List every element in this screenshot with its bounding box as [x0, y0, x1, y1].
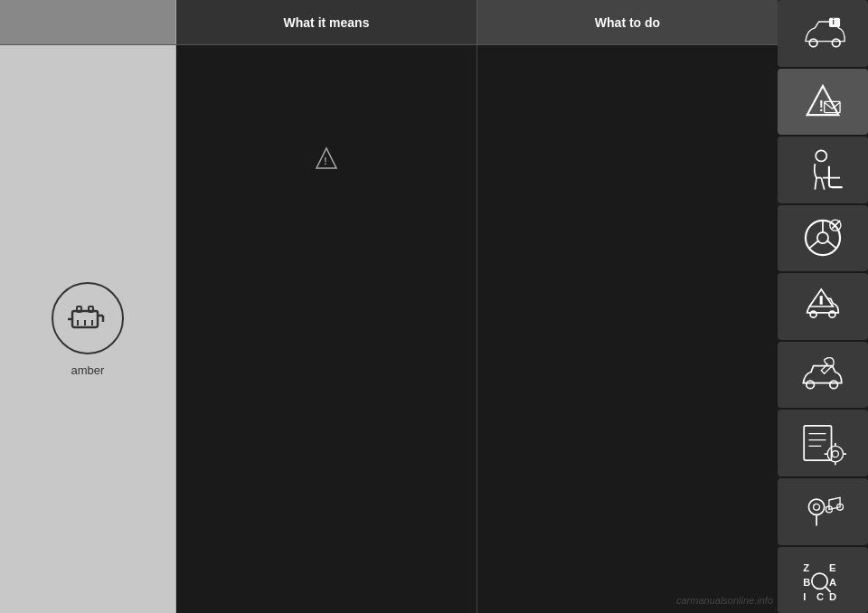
sidebar-item-warning-message[interactable]: ! — [778, 69, 868, 136]
warning-msg-icon: ! — [799, 78, 846, 125]
svg-point-33 — [827, 447, 843, 462]
col-what-to-do-header: What to do — [477, 0, 778, 44]
what-to-do-cell — [477, 45, 778, 613]
car-info-icon: i — [799, 10, 846, 57]
svg-line-20 — [808, 241, 817, 250]
col-what-it-means-header: What it means — [176, 0, 477, 44]
svg-point-39 — [808, 499, 824, 514]
svg-text:I: I — [803, 591, 806, 602]
steering-wheel-icon — [799, 214, 846, 261]
svg-point-27 — [807, 381, 815, 389]
svg-point-18 — [817, 232, 828, 243]
color-label: amber — [71, 363, 105, 377]
watermark: carmanualsonline.info — [676, 595, 773, 606]
svg-line-21 — [827, 241, 836, 250]
svg-point-28 — [830, 381, 838, 389]
sidebar-item-settings-list[interactable] — [778, 410, 868, 476]
svg-text:C: C — [816, 591, 824, 602]
media-nav-icon — [799, 488, 846, 535]
svg-rect-2 — [89, 306, 93, 312]
svg-text:A: A — [829, 577, 836, 588]
warning-small-icon: ! — [313, 145, 340, 172]
svg-point-34 — [832, 451, 838, 457]
svg-text:!: ! — [819, 99, 824, 114]
sidebar-item-person-seat[interactable] — [778, 137, 868, 203]
svg-point-11 — [832, 39, 840, 47]
sidebar-item-media-nav[interactable] — [778, 478, 868, 545]
car-tools-icon — [799, 352, 846, 399]
svg-text:!: ! — [324, 156, 326, 166]
svg-rect-12 — [829, 17, 840, 26]
col-indicator-header — [0, 0, 176, 44]
sidebar: i ! — [778, 0, 868, 613]
body-row: amber ! — [0, 45, 778, 613]
svg-text:Z: Z — [803, 563, 809, 574]
svg-text:B: B — [803, 577, 810, 588]
main-content: What it means What to do — [0, 0, 778, 613]
indicator-cell: amber — [0, 45, 176, 613]
svg-text:!: ! — [820, 296, 823, 306]
engine-icon-wrapper — [52, 282, 124, 354]
svg-point-10 — [809, 39, 817, 47]
what-it-means-label: What it means — [284, 15, 370, 30]
what-it-means-cell: ! — [176, 45, 477, 613]
language-icon: Z E B A I C D — [799, 556, 846, 603]
sidebar-item-road-warning[interactable]: ! — [778, 273, 868, 340]
sidebar-item-language[interactable]: Z E B A I C D — [778, 547, 868, 614]
settings-list-icon — [799, 420, 846, 467]
sidebar-item-car-tools[interactable] — [778, 342, 868, 409]
engine-check-icon — [65, 296, 110, 341]
person-seat-icon — [799, 146, 846, 193]
what-to-do-label: What to do — [595, 15, 660, 30]
svg-text:i: i — [832, 17, 834, 26]
svg-point-40 — [814, 504, 820, 510]
svg-text:E: E — [829, 563, 836, 574]
svg-rect-1 — [77, 306, 81, 312]
sidebar-item-steering[interactable] — [778, 205, 868, 272]
road-warning-icon: ! — [799, 283, 846, 330]
svg-point-16 — [816, 150, 826, 161]
sidebar-item-car-info[interactable]: i — [778, 0, 868, 67]
header-row: What it means What to do — [0, 0, 778, 45]
